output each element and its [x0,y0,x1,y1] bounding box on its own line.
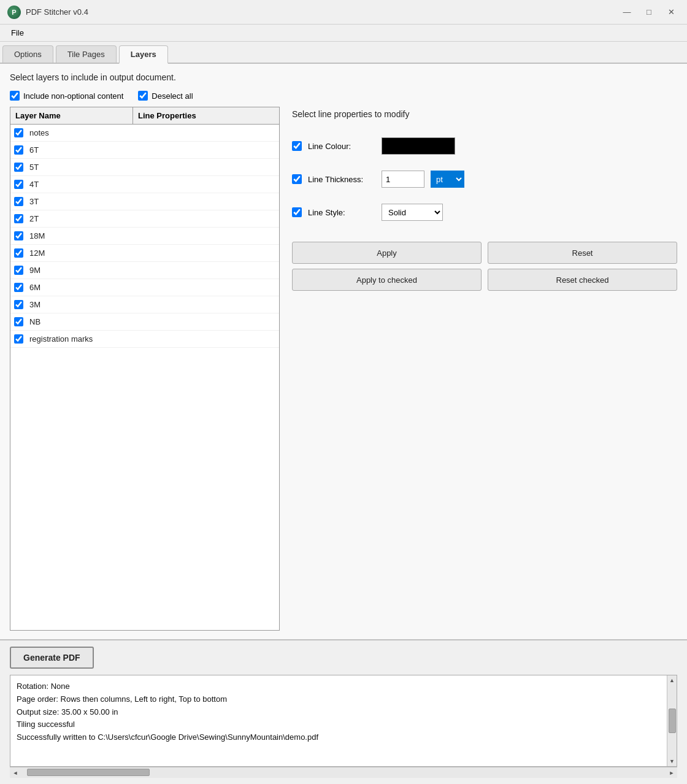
thickness-input[interactable] [382,171,424,188]
layer-checkbox[interactable] [14,180,23,189]
app-icon: P [7,6,21,19]
h-scroll-thumb[interactable] [27,769,150,776]
layer-checkbox[interactable] [14,266,23,275]
scroll-right-arrow[interactable]: ► [666,767,677,778]
layer-checkbox[interactable] [14,231,23,240]
row-checkbox-cell [10,161,27,174]
apply-to-checked-button[interactable]: Apply to checked [292,269,482,291]
layer-checkbox[interactable] [14,317,23,326]
line-style-row: Line Style: Solid Dashed Dotted [292,204,677,221]
row-checkbox-cell [10,212,27,225]
layer-checkbox[interactable] [14,283,23,292]
layer-name: 2T [27,212,41,225]
log-area-container: Rotation: None Page order: Rows then col… [10,675,677,767]
scroll-up-arrow[interactable]: ▲ [667,675,677,685]
log-line: Page order: Rows then columns, Left to r… [17,693,661,706]
layer-checkbox[interactable] [14,163,23,172]
deselect-all-checkbox[interactable] [138,91,148,101]
line-colour-checkbox[interactable] [292,141,302,151]
line-style-checkbox[interactable] [292,207,302,217]
layer-checkbox[interactable] [14,248,23,258]
description: Select layers to include in output docum… [10,72,677,82]
table-row: 3T [10,193,279,210]
table-row: 6M [10,279,279,296]
maximize-button[interactable]: □ [640,4,658,21]
reset-checked-button[interactable]: Reset checked [488,269,677,291]
layer-name: 3T [27,195,41,208]
layer-name: 6T [27,144,41,156]
row-checkbox-cell [10,315,27,328]
layer-checkbox[interactable] [14,214,23,223]
minimize-button[interactable]: — [618,4,635,21]
scroll-left-arrow[interactable]: ◄ [10,767,21,778]
action-buttons: Apply Reset Apply to checked Reset check… [292,242,677,291]
layer-name: registration marks [27,332,95,345]
app-title: PDF Stitcher v0.4 [26,7,618,17]
layer-checkbox[interactable] [14,128,23,137]
line-style-select[interactable]: Solid Dashed Dotted [382,204,443,221]
log-line: Output size: 35.00 x 50.00 in [17,706,661,719]
table-row: 18M [10,228,279,245]
menu-file[interactable]: File [5,26,30,39]
table-row: 4T [10,176,279,193]
table-row: notes [10,125,279,142]
row-checkbox-cell [10,126,27,139]
unit-select[interactable]: pt px mm [431,171,464,188]
col-header-name: Layer Name [10,107,133,124]
layer-name: 4T [27,178,41,191]
row-checkbox-cell [10,332,27,345]
apply-button[interactable]: Apply [292,242,482,264]
layer-checkbox[interactable] [14,197,23,206]
layer-checkbox[interactable] [14,300,23,309]
scroll-thumb[interactable] [669,709,676,733]
colour-swatch[interactable] [382,137,455,155]
include-non-optional-label[interactable]: Include non-optional content [10,91,123,101]
col-header-props: Line Properties [133,107,279,124]
scroll-down-arrow[interactable]: ▼ [667,756,677,766]
table-row: NB [10,313,279,331]
row-checkbox-cell [10,281,27,294]
bottom-bar: Generate PDF Rotation: None Page order: … [0,639,687,784]
menu-bar: File [0,25,687,42]
tab-bar: Options Tile Pages Layers [0,42,687,64]
properties-panel: Select line properties to modify Line Co… [292,107,677,631]
table-row: 6T [10,142,279,159]
include-non-optional-checkbox[interactable] [10,91,20,101]
layers-table: Layer Name Line Properties notes 6T 5T 4 [10,107,280,631]
table-row: 3M [10,296,279,313]
table-row: 5T [10,159,279,176]
layer-checkbox[interactable] [14,334,23,344]
line-colour-row: Line Colour: [292,137,677,155]
row-checkbox-cell [10,298,27,311]
layer-name: 9M [27,264,43,277]
layer-name: 6M [27,281,43,294]
tab-layers[interactable]: Layers [119,45,168,64]
close-button[interactable]: ✕ [662,4,680,21]
window-controls: — □ ✕ [618,4,680,21]
table-row: registration marks [10,331,279,348]
line-properties-title: Select line properties to modify [292,109,677,119]
reset-button[interactable]: Reset [488,242,677,264]
layer-name: NB [27,315,43,328]
layer-name: 18M [27,229,47,242]
log-line: Rotation: None [17,680,661,693]
layer-checkbox[interactable] [14,145,23,155]
layer-name: 5T [27,161,41,174]
log-line: Tiling successful [17,718,661,731]
line-style-label: Line Style: [308,208,375,217]
title-bar: P PDF Stitcher v0.4 — □ ✕ [0,0,687,25]
line-thickness-label: Line Thickness: [308,175,375,184]
table-rows-container: notes 6T 5T 4T 3T 2T [10,125,279,348]
line-thickness-row: Line Thickness: pt px mm [292,171,677,188]
log-scrollbar: ▲ ▼ [667,675,677,766]
tab-options[interactable]: Options [2,45,53,63]
main-content: Select layers to include in output docum… [0,64,687,639]
line-thickness-checkbox[interactable] [292,174,302,184]
horizontal-scrollbar: ◄ ► [10,767,677,778]
deselect-all-label[interactable]: Deselect all [138,91,193,101]
log-area: Rotation: None Page order: Rows then col… [10,675,667,766]
generate-pdf-button[interactable]: Generate PDF [10,647,94,669]
deselect-all-text: Deselect all [152,91,193,101]
line-colour-label: Line Colour: [308,142,375,151]
tab-tile-pages[interactable]: Tile Pages [56,45,117,63]
